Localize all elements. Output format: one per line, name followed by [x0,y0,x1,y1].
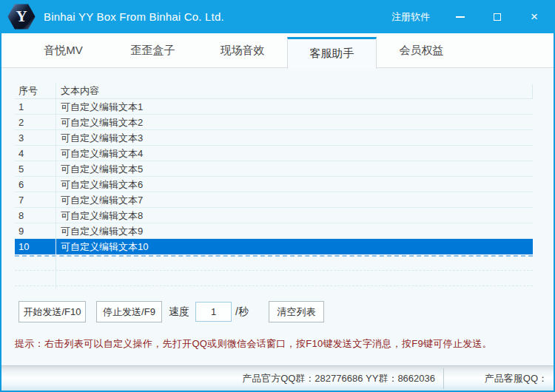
row-index-cell: 6 [18,177,54,192]
tab-label: 客服助手 [310,47,354,59]
table-row[interactable]: 4可自定义编辑文本4 [15,146,533,161]
app-logo-icon: Y [7,3,36,30]
empty-row-separator [15,285,533,286]
stop-send-button[interactable]: 停止发送/F9 [96,301,162,322]
row-index-cell: 7 [18,192,54,207]
row-index-cell: 3 [18,130,54,145]
row-text-cell: 可自定义编辑文本6 [61,177,530,192]
maximize-button[interactable] [485,0,509,33]
row-index-cell: 1 [18,99,54,114]
tab-label: 歪歪盒子 [131,44,175,56]
row-index-cell: 2 [18,115,54,129]
table-row[interactable]: 9可自定义编辑文本9 [15,223,533,239]
row-index-cell: 5 [18,161,54,176]
status-bar: 产品官方QQ群：282776686 YY群：8662036 产品客服QQ：583… [0,365,555,391]
window-border-left [0,33,1,392]
row-text-cell: 可自定义编辑文本1 [61,99,530,114]
row-text-cell: 可自定义编辑文本10 [61,239,530,254]
tab-customer-service-assistant[interactable]: 客服助手 [287,37,377,69]
text-list: 1可自定义编辑文本12可自定义编辑文本23可自定义编辑文本34可自定义编辑文本4… [15,99,533,254]
row-text-cell: 可自定义编辑文本9 [61,223,530,238]
tab-bar: 音悦MV歪歪盒子现场音效客服助手会员权益 [0,33,555,68]
tab-yinyue-mv[interactable]: 音悦MV [18,33,108,67]
speed-input[interactable] [195,302,232,322]
row-text-cell: 可自定义编辑文本7 [61,192,530,207]
table-row[interactable]: 2可自定义编辑文本2 [15,115,533,130]
speed-unit-label: /秒 [235,301,249,322]
row-index-cell: 8 [18,208,54,223]
hint-text: 提示：右击列表可以自定义操作，先打开QQ或则微信会话窗口，按F10键发送文字消息… [15,337,540,351]
close-button[interactable]: × [522,0,546,33]
tab-label: 音悦MV [44,44,83,56]
tab-waiwai-box[interactable]: 歪歪盒子 [108,33,198,67]
start-send-button[interactable]: 开始发送/F10 [18,301,86,322]
window-title: Binhai YY Box From Binhai Co. Ltd. [44,0,224,33]
table-row[interactable]: 1可自定义编辑文本1 [15,99,533,115]
titlebar: Y Binhai YY Box From Binhai Co. Ltd. 注册软… [0,0,555,33]
column-header-index[interactable]: 序号 [18,83,54,98]
column-header-text[interactable]: 文本内容 [61,83,530,98]
row-text-cell: 可自定义编辑文本4 [61,146,530,160]
row-index-cell: 4 [18,146,54,160]
app-window: Y Binhai YY Box From Binhai Co. Ltd. 注册软… [0,0,555,392]
status-support-qq: 产品客服QQ：583685512 [444,366,552,391]
table-row[interactable]: 7可自定义编辑文本7 [15,192,533,208]
tab-live-sound-effects[interactable]: 现场音效 [198,33,287,67]
tab-label: 会员权益 [400,44,444,56]
table-row[interactable]: 10可自定义编辑文本10 [15,239,533,254]
row-text-cell: 可自定义编辑文本3 [61,130,530,145]
tab-member-benefits[interactable]: 会员权益 [377,33,466,67]
minimize-icon [456,16,465,18]
speed-label: 速度 [169,301,189,322]
tab-label: 现场音效 [221,44,265,56]
minimize-button[interactable] [448,0,472,33]
status-qq-groups: 产品官方QQ群：282776686 YY群：8662036 [0,366,443,391]
table-row[interactable]: 8可自定义编辑文本8 [15,208,533,223]
register-software-link[interactable]: 注册软件 [391,0,430,33]
empty-row-separator [15,270,533,271]
row-text-cell: 可自定义编辑文本5 [61,161,530,176]
logo-letter: Y [16,9,27,24]
content-area: 序号 文本内容 1可自定义编辑文本12可自定义编辑文本23可自定义编辑文本34可… [0,68,555,365]
table-row[interactable]: 3可自定义编辑文本3 [15,130,533,146]
row-index-cell: 9 [18,223,54,238]
row-text-cell: 可自定义编辑文本8 [61,208,530,223]
column-divider [56,83,56,288]
table-header: 序号 文本内容 [15,83,533,99]
selection-focus-line [15,255,533,257]
table-row[interactable]: 5可自定义编辑文本5 [15,161,533,177]
header-divider [532,84,533,99]
maximize-icon [494,13,501,21]
row-index-cell: 10 [18,239,54,254]
row-text-cell: 可自定义编辑文本2 [61,115,530,129]
clear-list-button[interactable]: 清空列表 [269,301,324,322]
close-icon: × [531,10,538,24]
table-row[interactable]: 6可自定义编辑文本6 [15,177,533,192]
